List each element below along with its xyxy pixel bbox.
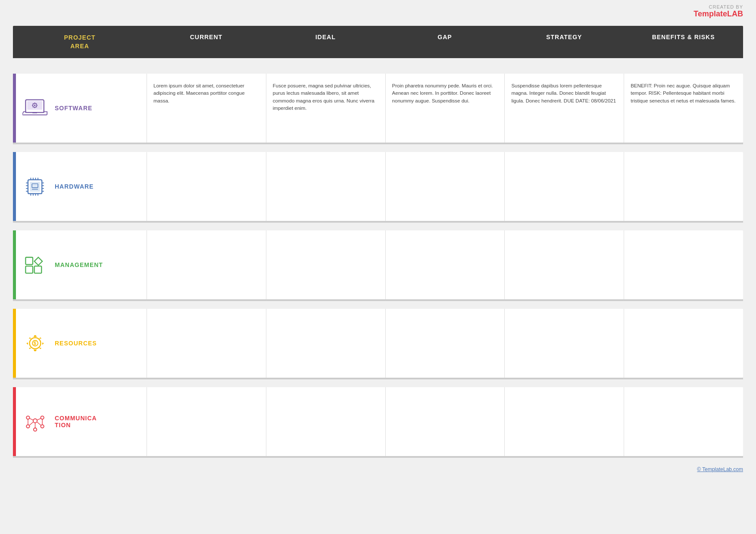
row-separator [13, 221, 743, 223]
logo-created-by: CREATED BY [694, 4, 743, 9]
management-category: MANAGEMENT [13, 230, 147, 299]
svg-point-42 [41, 416, 44, 419]
header-benefits-risks: BENEFITS & RISKS [624, 26, 743, 58]
svg-rect-14 [30, 182, 40, 192]
resources-section: $ RESOURCES [13, 309, 743, 379]
resources-ideal [266, 309, 385, 378]
resources-category: $ RESOURCES [13, 309, 147, 378]
svg-rect-36 [34, 266, 42, 273]
resources-strategy [504, 309, 624, 378]
svg-line-49 [37, 422, 41, 425]
header-row: PROJECTAREA CURRENT IDEAL GAP STRATEGY B… [13, 26, 743, 58]
software-benefits: BENEFIT: Proin nec augue. Quisque aliqua… [624, 74, 743, 143]
header-project-area: PROJECTAREA [13, 26, 147, 58]
svg-rect-35 [25, 266, 33, 273]
svg-line-11 [33, 106, 33, 107]
resources-benefits [624, 309, 743, 378]
communication-label: COMMUNICATION [55, 415, 98, 428]
software-category: SOFTWARE [13, 74, 147, 143]
management-strategy [504, 230, 624, 299]
management-gap [385, 230, 505, 299]
hardware-benefits [624, 152, 743, 221]
hardware-category: HARDWARE [13, 152, 147, 221]
resources-icon: $ [22, 330, 48, 356]
management-benefits [624, 230, 743, 299]
communication-section: COMMUNICATION [13, 387, 743, 458]
svg-point-44 [41, 425, 44, 428]
svg-line-46 [30, 419, 33, 420]
header-strategy: STRATEGY [504, 26, 624, 58]
resources-label: RESOURCES [55, 340, 97, 347]
table-row: $ RESOURCES [13, 309, 743, 378]
header-ideal: IDEAL [266, 26, 385, 58]
svg-line-8 [33, 103, 33, 104]
svg-marker-34 [34, 257, 42, 265]
header-current: CURRENT [147, 26, 266, 58]
communication-benefits [624, 387, 743, 456]
resources-current [147, 309, 266, 378]
header-gap: GAP [385, 26, 505, 58]
hardware-current [147, 152, 266, 221]
table-row: SOFTWARE Lorem ipsum dolor sit amet, con… [13, 74, 743, 143]
communication-category: COMMUNICATION [13, 387, 147, 456]
svg-line-48 [30, 422, 33, 425]
communication-current [147, 387, 266, 456]
data-section: SOFTWARE Lorem ipsum dolor sit amet, con… [13, 66, 743, 458]
software-gap: Proin pharetra nonummy pede. Mauris et o… [385, 74, 505, 143]
svg-text:$: $ [34, 341, 36, 346]
hardware-gap [385, 152, 505, 221]
table-row: MANAGEMENT [13, 230, 743, 299]
svg-point-45 [34, 428, 37, 431]
hardware-section: HARDWARE [13, 152, 743, 223]
row-separator [13, 143, 743, 144]
logo-template: Template [694, 9, 727, 18]
hardware-label: HARDWARE [55, 183, 94, 190]
resources-gap [385, 309, 505, 378]
footer: © TemplateLab.com [13, 466, 743, 472]
software-icon [22, 95, 48, 121]
svg-line-10 [36, 103, 37, 104]
svg-point-43 [26, 425, 29, 428]
logo-area: CREATED BY TemplateLAB [694, 4, 743, 19]
software-ideal: Fusce posuere, magna sed pulvinar ultric… [266, 74, 385, 143]
management-icon [22, 252, 48, 278]
software-label: SOFTWARE [55, 105, 92, 112]
software-section: SOFTWARE Lorem ipsum dolor sit amet, con… [13, 74, 743, 144]
table-row: HARDWARE [13, 152, 743, 221]
management-section: MANAGEMENT [13, 230, 743, 301]
software-current: Lorem ipsum dolor sit amet, consectetuer… [147, 74, 266, 143]
svg-point-40 [33, 419, 37, 423]
svg-point-3 [34, 104, 36, 106]
svg-point-41 [26, 416, 29, 419]
table-row: COMMUNICATION [13, 387, 743, 456]
hardware-strategy [504, 152, 624, 221]
svg-rect-12 [32, 112, 37, 113]
hardware-ideal [266, 152, 385, 221]
logo-lab: LAB [727, 9, 743, 18]
management-label: MANAGEMENT [55, 261, 103, 268]
row-separator [13, 299, 743, 301]
communication-gap [385, 387, 505, 456]
communication-strategy [504, 387, 624, 456]
communication-icon [22, 409, 48, 435]
svg-line-9 [36, 106, 37, 107]
footer-link[interactable]: © TemplateLab.com [697, 466, 743, 472]
svg-line-47 [37, 419, 41, 420]
communication-ideal [266, 387, 385, 456]
row-separator [13, 456, 743, 458]
management-current [147, 230, 266, 299]
management-ideal [266, 230, 385, 299]
row-separator [13, 378, 743, 379]
hardware-icon [22, 174, 48, 199]
logo-brand: TemplateLAB [694, 9, 743, 19]
page-wrapper: CREATED BY TemplateLAB PROJECTAREA CURRE… [0, 0, 756, 534]
software-strategy: Suspendisse dapibus lorem pellentesque m… [504, 74, 624, 143]
svg-rect-33 [25, 257, 33, 264]
